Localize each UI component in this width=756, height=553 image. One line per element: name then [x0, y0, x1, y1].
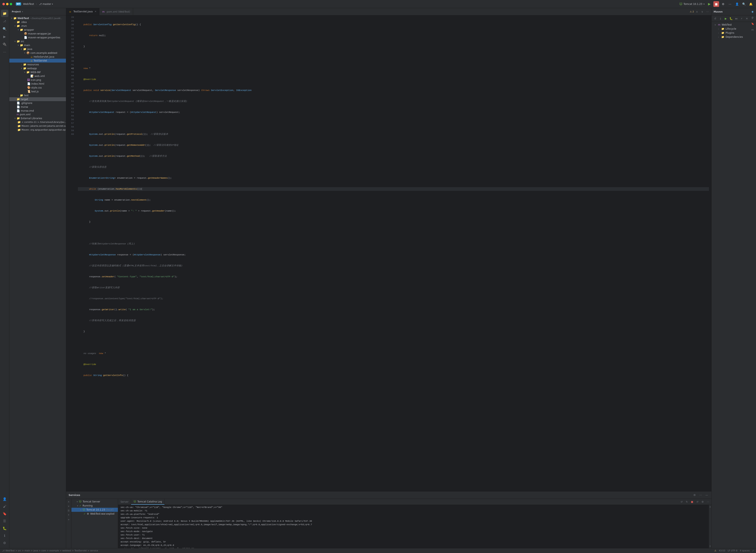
- tree-item-helloservlet[interactable]: ☕ HelloServlet.java: [9, 55, 66, 59]
- tree-item-indexhtml[interactable]: 📄 index.html: [9, 82, 66, 86]
- svc-add-btn[interactable]: +: [67, 518, 71, 522]
- maximize-button[interactable]: [10, 3, 12, 5]
- tree-item-webapp[interactable]: ▾ 📁 webapp: [9, 66, 66, 70]
- code-content[interactable]: public ServletConfig getServletConfig() …: [76, 15, 712, 491]
- tree-item-java[interactable]: ▾ 📁 java: [9, 47, 66, 51]
- tab-testservlet[interactable]: ☕ TestServlet.java ✕: [66, 8, 99, 15]
- tree-item-webtest[interactable]: ▾ 📁 WebTest ~/Desktop/CS/JavaEE/1 JavaW.…: [9, 16, 66, 20]
- tab-close-icon[interactable]: ✕: [95, 10, 96, 13]
- tree-item-iconpng[interactable]: 🖼 icon.png: [9, 78, 66, 82]
- sidebar-icon-plugins[interactable]: 🔌: [1, 41, 8, 48]
- branch-selector[interactable]: ⎇ master ▾: [39, 3, 53, 5]
- tree-item-maven-wrapper-jar[interactable]: 📦 maven-wrapper.jar: [9, 32, 66, 35]
- maven-close-btn[interactable]: ✕: [744, 16, 749, 21]
- scroll-up-btn[interactable]: ∧: [709, 505, 711, 508]
- tree-item-gitignore[interactable]: 📄 .gitignore: [9, 101, 66, 105]
- tree-item-src[interactable]: ▾ 📁 src: [9, 40, 66, 43]
- sidebar-icon-brush[interactable]: 🖌: [1, 503, 8, 510]
- svc-down-btn[interactable]: ∨: [67, 504, 71, 508]
- expand-icon[interactable]: ⤢: [752, 549, 754, 552]
- tree-item-testservlet[interactable]: ☕ TestServlet: [9, 59, 66, 63]
- right-icon-2[interactable]: ⚙: [750, 15, 755, 20]
- tree-item-mvnw[interactable]: 📄 mvnw: [9, 105, 66, 109]
- maven-item-dependencies[interactable]: › 📁 Dependencies: [712, 35, 756, 39]
- services-more-btn[interactable]: ⋯: [698, 493, 703, 497]
- tree-item-target[interactable]: › 📁 target: [9, 97, 66, 101]
- more-button[interactable]: ⋯: [727, 1, 733, 7]
- notification-button[interactable]: 🔔: [748, 1, 754, 7]
- log-settings-btn[interactable]: ⚙: [700, 500, 705, 504]
- svc-up-btn[interactable]: ∧: [67, 500, 71, 504]
- svc-export-btn[interactable]: ↑: [67, 513, 71, 517]
- right-icon-3[interactable]: 🔖: [750, 21, 755, 26]
- tree-item-webinf[interactable]: ▾ 📁 WEB-INF: [9, 70, 66, 74]
- svc-item-running[interactable]: ▾ ✓ Running: [72, 504, 118, 508]
- tree-item-mvn[interactable]: ▾ 📁 .mvn: [9, 24, 66, 28]
- scroll-down-btn[interactable]: ∨: [709, 545, 711, 548]
- code-editor[interactable]: 28 29 30 31 32 33 34 35 36 37 38 39 40 4…: [66, 15, 712, 491]
- warnings-up-icon[interactable]: ∧: [695, 10, 699, 14]
- log-scrollbar[interactable]: ∧ ∨: [709, 505, 712, 548]
- maven-skip-btn[interactable]: ⏭: [734, 16, 739, 21]
- log-scroll-btn[interactable]: ↻: [684, 500, 689, 504]
- tree-item-idea[interactable]: › 📁 .idea: [9, 20, 66, 24]
- sidebar-icon-list[interactable]: ☰: [1, 517, 8, 525]
- right-icon-1[interactable]: ◈: [750, 9, 755, 14]
- stop-button[interactable]: ■: [714, 1, 719, 7]
- log-reload-btn[interactable]: ↺: [679, 500, 684, 504]
- tree-item-package[interactable]: ▾ 📦 com.example.webtest: [9, 51, 66, 55]
- minimize-button[interactable]: [6, 3, 8, 5]
- right-icon-4[interactable]: m: [750, 27, 755, 32]
- svc-item-tomcat-version[interactable]: ▾ 🐱 Tomcat 10.1.23 [local]: [72, 508, 118, 512]
- sidebar-icon-settings2[interactable]: ⚙: [1, 539, 8, 547]
- sidebar-icon-project[interactable]: 📁: [1, 10, 8, 17]
- svc-item-war[interactable]: ✓ ⚙ WebTest:war.explod: [72, 512, 118, 516]
- tree-item-corretto[interactable]: › 📁 < corretto-11 > /Users/eve/Library/J…: [9, 120, 66, 124]
- svc-item-tomcat-server[interactable]: ▾ 🐱 Tomcat Server: [72, 500, 118, 504]
- search-button[interactable]: 🔍: [741, 1, 747, 7]
- services-close-btn[interactable]: —: [704, 493, 709, 497]
- maven-refresh-btn[interactable]: ↺: [713, 16, 718, 21]
- tree-item-maven-wrapper-props[interactable]: 📄 maven-wrapper.properties: [9, 35, 66, 40]
- log-tab-server[interactable]: Server: [118, 499, 131, 505]
- more-actions-icon[interactable]: ⋯: [705, 10, 710, 14]
- settings-button[interactable]: ⚙: [720, 1, 726, 7]
- tree-item-maven-apiguardian[interactable]: › 📁 Maven: org.apiguardian:apiguardian-a…: [9, 128, 66, 132]
- sidebar-icon-bug[interactable]: 🐛: [1, 525, 8, 532]
- maven-run-btn[interactable]: ▶: [723, 16, 728, 21]
- run-button[interactable]: ▶: [706, 1, 712, 7]
- tree-item-pomxml[interactable]: m pom.xml: [9, 113, 66, 116]
- sidebar-icon-info[interactable]: ℹ: [1, 532, 8, 539]
- log-content[interactable]: sec-ch-ua: "Chromium";v="118", "Google C…: [118, 505, 709, 548]
- log-tab-catalina[interactable]: 🐱 Tomcat Catalina Log: [131, 499, 165, 505]
- server-indicator[interactable]: 🐱 Tomcat 10.1.23 ▾: [679, 2, 704, 6]
- services-settings-btn[interactable]: ⚙: [692, 493, 697, 497]
- log-more-btn[interactable]: ⋯: [706, 500, 710, 504]
- log-refresh-btn[interactable]: ↺: [695, 500, 699, 504]
- profile-button[interactable]: 👤: [734, 1, 740, 7]
- sidebar-icon-search[interactable]: 🔍: [1, 25, 8, 32]
- sidebar-icon-run[interactable]: ▶: [1, 33, 8, 40]
- maven-generate-btn[interactable]: ⚡: [739, 16, 744, 21]
- tab-pomxml[interactable]: m pom.xml (WebTest): [99, 8, 133, 15]
- maven-download-btn[interactable]: ↓: [718, 16, 723, 21]
- tree-item-main[interactable]: ▾ 📁 main: [9, 43, 66, 47]
- warnings-down-icon[interactable]: ∨: [700, 10, 704, 14]
- tree-item-test[interactable]: › 📁 test: [9, 93, 66, 97]
- tree-item-resources[interactable]: › 📁 resources: [9, 63, 66, 66]
- close-button[interactable]: [2, 3, 5, 5]
- tree-item-webxml[interactable]: 📝 web.xml: [9, 74, 66, 78]
- sidebar-icon-more[interactable]: ⋯: [1, 48, 8, 56]
- maven-debug-btn[interactable]: 🐛: [729, 16, 734, 21]
- log-stop-btn[interactable]: ■: [690, 500, 694, 504]
- svc-filter-btn[interactable]: ☰: [67, 508, 71, 512]
- tree-item-extlibs[interactable]: ▾ 📁 External Libraries: [9, 116, 66, 120]
- tree-item-maven-jakarta[interactable]: › 📁 Maven: jakarta.servlet:jakarta.servl…: [9, 124, 66, 128]
- sidebar-icon-avatar[interactable]: 👤: [1, 495, 8, 503]
- tree-item-mvnwcmd[interactable]: 📄 mvnw.cmd: [9, 109, 66, 113]
- sidebar-icon-bookmark[interactable]: 🔖: [1, 510, 8, 517]
- tree-item-wrapper[interactable]: ▾ 📁 wrapper: [9, 28, 66, 32]
- sidebar-icon-vcs[interactable]: ⎇: [1, 17, 8, 25]
- tree-item-stylecss[interactable]: 🎨 style.css: [9, 86, 66, 89]
- tree-item-testjs[interactable]: 📜 test.js: [9, 89, 66, 93]
